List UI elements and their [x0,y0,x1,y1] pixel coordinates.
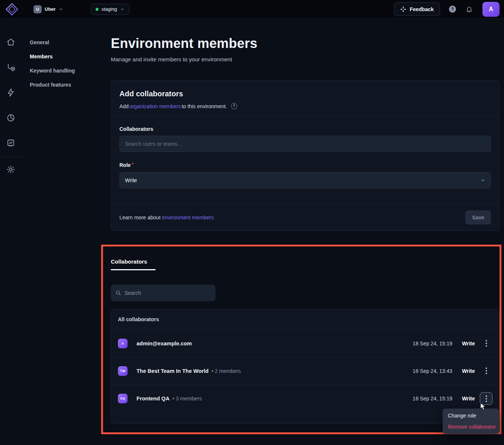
menu-item-change-role[interactable]: Change role [443,410,499,421]
sidebar-divider [0,157,22,157]
learn-more-text: Learn more about environment members [119,215,214,220]
org-name: Uber [45,6,56,12]
page-subtitle: Manage and invite members to your enviro… [111,56,500,62]
feedback-icon [400,6,406,12]
icon-sidebar [0,19,22,445]
avatar: TW [118,366,128,376]
avatar: A [118,339,128,348]
help-tooltip-icon[interactable]: ? [231,103,237,109]
collaborators-table: All collaborators A admin@example.com 18… [111,309,500,424]
org-badge: U [33,5,42,13]
env-name: staging [102,6,117,12]
highlight-red-box: Collaborators All collaborators A admin@… [101,245,501,434]
subnav-item-members[interactable]: Members [30,54,111,59]
feedback-label: Feedback [410,6,434,12]
kebab-icon [485,367,487,374]
role-field-label: Role [119,162,131,168]
lightning-icon[interactable] [6,88,16,97]
row-actions-menu: Change role Remove collaborator [443,409,499,434]
card-description: Add organization members to this environ… [119,103,491,109]
added-date: 18 Sep 24, 15:19 [412,396,452,402]
environment-members-link[interactable]: environment members [162,215,214,220]
pie-chart-icon[interactable] [6,113,16,123]
main-content: Environment members Manage and invite me… [111,19,504,445]
page-title: Environment members [111,36,500,51]
feedback-button[interactable]: Feedback [394,2,440,16]
table-row: FQ Frontend QA • 3 members 18 Sep 24, 15… [111,385,499,412]
search-input[interactable] [111,285,215,301]
menu-item-remove-collaborator[interactable]: Remove collaborator [443,421,499,432]
home-icon[interactable] [6,37,16,47]
subnav-item-general[interactable]: General [30,39,111,45]
role-value: Write [462,341,478,346]
search-icon [115,290,121,296]
row-actions-button[interactable] [480,365,492,377]
collaborator-name: Frontend QA [137,396,170,402]
role-select[interactable]: Write [119,172,491,188]
subnav-item-product-features[interactable]: Product features [30,82,111,88]
tab-collaborators[interactable]: Collaborators [111,258,155,270]
env-status-dot [96,8,99,11]
collaborator-members-count: • 2 members [212,368,241,374]
add-collaborators-card: Add collaborators Add organization membe… [111,80,500,231]
save-button[interactable]: Save [465,210,491,225]
monitor-analytics-icon[interactable] [6,138,16,148]
collaborators-search-input[interactable] [119,136,491,152]
kebab-icon [485,395,487,402]
keyword-add-icon[interactable] [6,62,16,72]
chevron-down-icon [59,7,63,12]
table-header: All collaborators [111,309,499,330]
table-row: TW The Best Team In The World • 2 member… [111,357,499,385]
collaborators-field-label: Collaborators [119,126,491,132]
bell-icon [466,6,473,13]
row-actions-button[interactable] [480,337,492,350]
topbar: U Uber staging Feedback ? A [0,0,504,19]
role-value: Write [462,368,478,374]
collaborator-name: admin@example.com [137,341,192,346]
app-logo-icon[interactable] [4,2,19,17]
collaborator-name: The Best Team In The World [137,368,209,374]
collaborator-members-count: • 3 members [173,396,202,402]
card-title: Add collaborators [119,90,491,98]
role-selected-value: Write [125,177,137,183]
required-asterisk: * [131,162,134,168]
kebab-icon [485,340,487,347]
collaborators-list-search [111,285,215,301]
role-value: Write [462,396,478,402]
row-actions-button[interactable] [480,392,492,405]
subnav-item-keyword-handling[interactable]: Keyword handling [30,68,111,74]
added-date: 18 Sep 24, 13:43 [412,368,452,374]
organization-members-link[interactable]: organization members [129,103,181,109]
added-date: 18 Sep 24, 15:19 [412,341,452,346]
chevron-down-icon [480,178,485,183]
chevron-down-icon [120,7,125,12]
user-avatar[interactable]: A [482,2,500,17]
settings-gear-icon[interactable] [6,165,16,174]
environment-selector[interactable]: staging [91,4,129,15]
help-button[interactable]: ? [449,6,456,13]
avatar: FQ [118,394,128,403]
question-icon: ? [451,7,454,12]
notifications-button[interactable] [466,6,473,13]
org-switcher[interactable]: U Uber [33,5,63,13]
settings-subnav: General Members Keyword handling Product… [22,19,111,445]
table-row: A admin@example.com 18 Sep 24, 15:19 Wri… [111,330,499,357]
